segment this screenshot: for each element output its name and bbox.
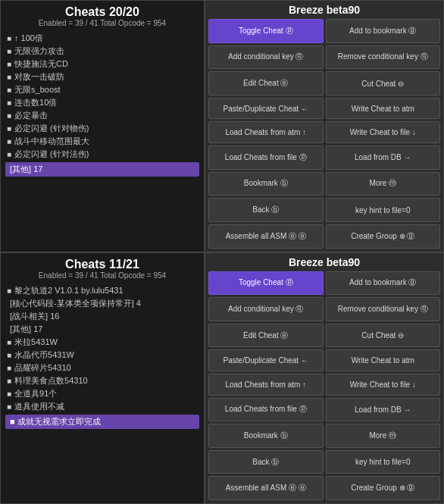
top-cheat-item-0[interactable]: ■↑ 100倍 [5, 32, 199, 45]
bottom-add-conditional-key-btn[interactable]: Add conditional key ⓠ [208, 297, 324, 321]
top-create-group-btn[interactable]: Create Group ⊕ ⓖ [326, 224, 441, 249]
top-cheat-item-3[interactable]: ■对敌一击破防 [5, 70, 199, 83]
top-add-bookmark-btn[interactable]: Add to bookmark ⓖ [326, 19, 441, 43]
top-cheats-panel: Cheats 20/20 Enabled = 39 / 41 Total Opc… [0, 0, 205, 252]
top-breeze-panel: Breeze beta90 Toggle Cheat ⓟ Add to book… [205, 0, 444, 252]
bottom-cheat-item-9[interactable]: ■道具使用不减 [5, 400, 199, 413]
top-cheat-item-4[interactable]: ■无限s_boost [5, 83, 199, 96]
bottom-more-btn[interactable]: More ⓜ [326, 424, 441, 448]
top-cheat-item-2[interactable]: ■快捷施法无CD [5, 58, 199, 70]
bottom-key-hint-btn[interactable]: key hint to file=0 [326, 450, 441, 474]
bottom-cheat-item-7[interactable]: ■料理美食点数54310 [5, 374, 199, 387]
top-cut-cheat-btn[interactable]: Cut Cheat ⊖ [326, 71, 441, 95]
top-load-cheats-file-btn[interactable]: Load Cheats from file ⓟ [208, 146, 324, 170]
bottom-cheat-item-5[interactable]: ■水晶代币5431W [5, 349, 199, 362]
bottom-cheats-title: Cheats 11/21 [5, 258, 199, 271]
bottom-paste-duplicate-btn[interactable]: Paste/Duplicate Cheat ← [208, 349, 324, 371]
top-cheat-item-6[interactable]: ■必定暴击 [5, 109, 199, 122]
top-load-cheats-atm-btn[interactable]: Load Cheats from atm ↑ [208, 121, 324, 143]
top-write-cheat-atm-btn[interactable]: Write Cheat to atm [326, 98, 441, 120]
top-buttons-grid: Toggle Cheat ⓟ Add to bookmark ⓖ Add con… [208, 19, 440, 249]
top-cheats-subtitle: Enabled = 39 / 41 Total Opcode = 954 [5, 19, 199, 27]
top-back-btn[interactable]: Back ⓑ [208, 198, 324, 222]
bottom-cheat-item-4[interactable]: ■米拉5431W [5, 336, 199, 349]
bottom-assemble-all-asm-btn[interactable]: Assemble all ASM ⓔ ⓔ [208, 476, 324, 500]
bottom-write-cheat-atm-btn[interactable]: Write Cheat to atm [326, 349, 441, 371]
bottom-toggle-cheat-btn[interactable]: Toggle Cheat ⓟ [208, 271, 324, 296]
bottom-write-cheat-file-btn[interactable]: Write Cheat to file ↓ [326, 374, 441, 396]
bottom-edit-cheat-btn[interactable]: Edit Cheat ⓔ [208, 324, 324, 348]
top-write-cheat-file-btn[interactable]: Write Cheat to file ↓ [326, 121, 441, 143]
bottom-cut-cheat-btn[interactable]: Cut Cheat ⊖ [326, 324, 441, 348]
top-cheat-item-1[interactable]: ■无限强力攻击 [5, 45, 199, 58]
top-edit-cheat-btn[interactable]: Edit Cheat ⓔ [208, 71, 324, 95]
bottom-cheat-item-0[interactable]: ■黎之轨道2 V1.0.1 by.lulu5431 [5, 284, 199, 297]
bottom-cheat-item-3[interactable]: [其他] 17 [5, 323, 199, 336]
top-cheat-item-5[interactable]: ■连击数10倍 [5, 96, 199, 109]
bottom-cheat-item-6[interactable]: ■品耀碎片54310 [5, 362, 199, 374]
bottom-cheats-subtitle: Enabled = 39 / 41 Total Opcode = 954 [5, 271, 199, 280]
top-toggle-cheat-btn[interactable]: Toggle Cheat ⓟ [208, 19, 324, 43]
top-add-conditional-key-btn[interactable]: Add conditional key ⓠ [208, 45, 324, 70]
top-paste-duplicate-btn[interactable]: Paste/Duplicate Cheat ← [208, 98, 324, 120]
top-remove-conditional-key-btn[interactable]: Remove conditional key ⓠ [326, 45, 441, 70]
top-assemble-all-asm-btn[interactable]: Assemble all ASM ⓔ ⓔ [208, 224, 324, 249]
bottom-cheat-item-2[interactable]: [战斗相关] 16 [5, 310, 199, 323]
top-key-hint-btn[interactable]: key hint to file=0 [326, 198, 441, 222]
bottom-load-cheats-atm-btn[interactable]: Load Cheats from atm ↑ [208, 374, 324, 396]
bottom-add-bookmark-btn[interactable]: Add to bookmark ⓖ [326, 271, 441, 296]
top-cheats-title: Cheats 20/20 [5, 5, 199, 19]
bottom-cheats-panel: Cheats 11/21 Enabled = 39 / 41 Total Opc… [0, 252, 205, 505]
top-cheat-item-9[interactable]: ■必定闪避 (针对法伤) [5, 148, 199, 161]
bottom-breeze-panel: Breeze beta90 Toggle Cheat ⓟ Add to book… [205, 252, 444, 505]
bottom-create-group-btn[interactable]: Create Group ⊕ ⓖ [326, 476, 441, 500]
bottom-remove-conditional-key-btn[interactable]: Remove conditional key ⓠ [326, 297, 441, 321]
bottom-cheat-item-1[interactable]: [核心代码段-某体类全项保持常开] 4 [5, 297, 199, 310]
top-cheat-category[interactable]: [其他] 17 [5, 162, 199, 177]
top-cheat-item-7[interactable]: ■必定闪避 (针对物伤) [5, 122, 199, 135]
top-bookmark-btn[interactable]: Bookmark ⓑ [208, 172, 324, 196]
bottom-back-btn[interactable]: Back ⓑ [208, 450, 324, 474]
bottom-bookmark-btn[interactable]: Bookmark ⓑ [208, 424, 324, 448]
bottom-cheat-item-8[interactable]: ■全道具91个 [5, 387, 199, 400]
top-more-btn[interactable]: More ⓜ [326, 172, 441, 196]
bottom-load-cheats-file-btn[interactable]: Load Cheats from file ⓟ [208, 398, 324, 422]
bottom-cheat-category[interactable]: ■ 成就无视需求立即完成 [5, 415, 199, 429]
bottom-buttons-grid: Toggle Cheat ⓟ Add to bookmark ⓖ Add con… [208, 271, 440, 501]
bottom-load-from-db-btn[interactable]: Load from DB → [326, 398, 441, 422]
top-breeze-title: Breeze beta90 [208, 4, 440, 16]
top-cheat-item-8[interactable]: ■战斗中移动范围最大 [5, 135, 199, 148]
top-load-from-db-btn[interactable]: Load from DB → [326, 146, 441, 170]
bottom-breeze-title: Breeze beta90 [208, 256, 440, 268]
